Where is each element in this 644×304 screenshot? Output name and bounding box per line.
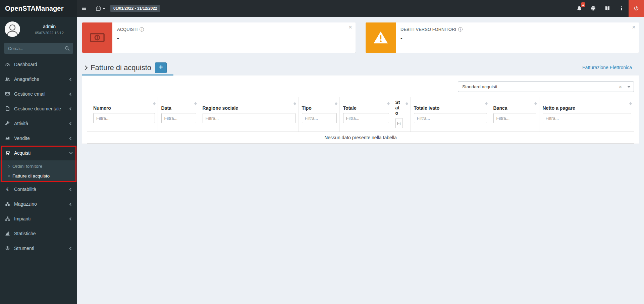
menu-group-contabilit: €Contabilità [0, 182, 77, 197]
help-icon [140, 27, 144, 32]
column-header-totale-ivato[interactable]: Totale ivato [410, 97, 490, 132]
column-header-ragione-sociale[interactable]: Ragione sociale [199, 97, 298, 132]
column-header-data[interactable]: Data [158, 97, 199, 132]
tab-strip: Fatture di acquisto + Fatturazione Elett… [77, 61, 644, 75]
sidebar-item-fatture-di-acquisto[interactable]: Fatture di acquisto [0, 171, 77, 181]
plugin-select[interactable]: Standard acquisti [458, 81, 634, 92]
sidebar-item-anagrafiche[interactable]: Anagrafiche [0, 72, 77, 87]
date-range-badge[interactable]: 01/01/2022 - 31/12/2022 [110, 5, 160, 12]
menu-group-acquisti: AcquistiOrdini fornitoreFatture di acqui… [0, 146, 77, 182]
sidebar-item-label: Anagrafiche [14, 77, 70, 82]
info-box-label: ACQUISTI [117, 27, 144, 32]
tab-fatture-di-acquisto[interactable]: Fatture di acquisto + [82, 61, 173, 75]
filter-input-netto-a-pagare[interactable] [543, 113, 632, 123]
column-title-text: Netto a pagare [543, 105, 575, 111]
sidebar-item-acquisti[interactable]: Acquisti [0, 146, 77, 160]
sidebar-item-impianti[interactable]: Impianti [0, 211, 77, 226]
filter-input-ragione-sociale[interactable] [203, 113, 296, 123]
print-button[interactable] [586, 0, 600, 17]
filter-input-stato[interactable] [395, 118, 403, 128]
filter-input-totale-ivato[interactable] [414, 113, 487, 123]
sort-icon[interactable] [629, 101, 632, 106]
content-panel: Standard acquisti NumeroDataRagione soci… [82, 75, 639, 144]
sidebar: admin 05/07/2022 16:12 DashboardAnagrafi… [0, 17, 77, 304]
select-caret-icon[interactable] [624, 82, 634, 92]
column-header-stato[interactable]: Stato [392, 97, 410, 132]
app-logo[interactable]: OpenSTAManager [0, 0, 77, 17]
sort-icon[interactable] [335, 101, 338, 106]
add-invoice-button[interactable]: + [155, 62, 167, 73]
filter-input-banca[interactable] [493, 113, 536, 123]
sidebar-item-ordini-fornitore[interactable]: Ordini fornitore [0, 161, 77, 171]
column-title-text: Tipo [302, 105, 312, 111]
column-header-banca[interactable]: Banca [490, 97, 539, 132]
sidebar-item-label: Gestione email [14, 91, 70, 97]
boxes-icon [5, 201, 11, 207]
sort-icon[interactable] [485, 101, 488, 106]
sort-icon[interactable] [534, 101, 537, 106]
info-box-label: DEBITI VERSO FORNITORI [400, 27, 463, 32]
sidebar-item-statistiche[interactable]: Statistiche [0, 226, 77, 241]
close-icon[interactable] [348, 24, 352, 30]
notifications-button[interactable]: 1 [572, 0, 586, 17]
sidebar-toggle-button[interactable] [77, 0, 91, 17]
book-icon [605, 6, 610, 11]
chevron-left-icon [69, 137, 73, 140]
plus-icon: + [159, 63, 163, 71]
info-box-label-text: DEBITI VERSO FORNITORI [400, 27, 456, 32]
table-head: NumeroDataRagione socialeTipoTotaleStato… [87, 97, 634, 132]
column-title: Banca [493, 100, 536, 111]
column-header-numero[interactable]: Numero [87, 97, 158, 132]
sidebar-item-label: Strumenti [14, 246, 70, 251]
calendar-button[interactable] [91, 0, 110, 17]
tab-fatturazione-elettronica[interactable]: Fatturazione Elettronica [575, 61, 639, 74]
sidebar-item-dashboard[interactable]: Dashboard [0, 57, 77, 72]
sidebar-item-strumenti[interactable]: Strumenti [0, 241, 77, 256]
sort-icon[interactable] [293, 101, 297, 106]
logout-button[interactable] [629, 0, 644, 17]
column-title: Totale [343, 100, 389, 111]
menu-group-gestione-email: Gestione email [0, 87, 77, 101]
close-icon[interactable] [632, 24, 636, 30]
user-info: admin 05/07/2022 16:12 [25, 24, 73, 35]
submenu-acquisti: Ordini fornitoreFatture di acquisto [0, 160, 77, 182]
sort-icon[interactable] [406, 101, 409, 106]
menu-group-statistiche: Statistiche [0, 226, 77, 241]
sort-icon[interactable] [153, 101, 156, 106]
filter-input-tipo[interactable] [302, 113, 337, 123]
column-title: Numero [93, 100, 155, 111]
sidebar-item-gestione-email[interactable]: Gestione email [0, 87, 77, 101]
chart-area-icon [5, 136, 11, 141]
column-header-tipo[interactable]: Tipo [298, 97, 339, 132]
tachometer-icon [5, 62, 11, 67]
filter-input-totale[interactable] [343, 113, 389, 123]
info-box-acquisti: 1ACQUISTI- [82, 22, 356, 53]
sidebar-item-contabilit[interactable]: €Contabilità [0, 182, 77, 197]
column-header-totale[interactable]: Totale [339, 97, 392, 132]
docs-button[interactable] [600, 0, 614, 17]
sidebar-item-magazzino[interactable]: Magazzino [0, 197, 77, 211]
search-input[interactable] [4, 43, 61, 54]
filter-input-numero[interactable] [93, 113, 155, 123]
column-header-netto-a-pagare[interactable]: Netto a pagare [539, 97, 634, 132]
sidebar-item-gestione-documentale[interactable]: Gestione documentale [0, 101, 77, 116]
info-box-value: - [400, 35, 463, 42]
gear-icon [5, 246, 11, 251]
chevron-down-icon [69, 151, 73, 154]
chevron-left-icon [69, 107, 73, 110]
sort-icon[interactable] [387, 101, 390, 106]
sidebar-item-attivit[interactable]: Attività [0, 116, 77, 131]
info-box-debiti-verso-fornitori: DEBITI VERSO FORNITORI- [366, 22, 639, 53]
info-box-label-text: ACQUISTI [117, 27, 138, 32]
search-button[interactable] [61, 43, 73, 54]
sort-icon[interactable] [194, 101, 197, 106]
clear-selection-icon[interactable] [616, 84, 624, 90]
info-box-content: DEBITI VERSO FORNITORI- [396, 22, 467, 53]
avatar[interactable] [5, 21, 20, 37]
filter-input-data[interactable] [161, 113, 196, 123]
sidebar-item-vendite[interactable]: Vendite [0, 131, 77, 146]
page-title: Fatture di acquisto [91, 63, 151, 72]
info-button[interactable] [614, 0, 629, 17]
sidebar-menu: DashboardAnagraficheGestione emailGestio… [0, 57, 77, 256]
column-title: Netto a pagare [543, 100, 632, 111]
